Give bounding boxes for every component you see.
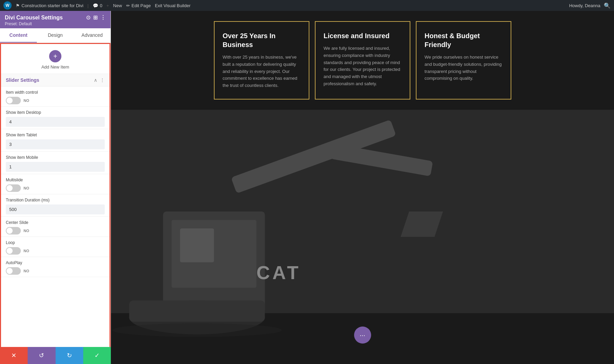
- card-title-1: License and Insured: [324, 31, 401, 40]
- tab-design[interactable]: Design: [37, 28, 74, 43]
- toggle-autoplay[interactable]: [6, 267, 21, 275]
- toggle-row-autoplay: NO: [6, 267, 105, 275]
- field-autoplay: AutoPlay NO: [1, 257, 109, 277]
- svg-text:CAT: CAT: [257, 262, 301, 283]
- more-icon[interactable]: ⋮: [100, 14, 106, 21]
- separator2: +: [106, 3, 109, 8]
- left-panel: Divi Carousel Settings ⊙ ⊞ ⋮ Preset: Def…: [0, 11, 111, 364]
- input-show-mobile[interactable]: [6, 162, 105, 172]
- save-button[interactable]: ✓: [83, 347, 111, 364]
- add-new-item-label: Add New Item: [41, 64, 69, 70]
- site-name-link[interactable]: ⚑ Construction starter site for Divi: [16, 3, 83, 8]
- field-label-tablet: Show item Tablet: [6, 133, 105, 137]
- toggle-row-center-slide: NO: [6, 227, 105, 234]
- field-item-width-control: Item width control NO: [1, 87, 109, 107]
- toggle-label-loop: NO: [24, 249, 29, 253]
- section-more-icon[interactable]: ⋮: [100, 77, 105, 83]
- machine-svg: CAT: [111, 110, 614, 364]
- card-title-0: Over 25 Years In Business: [223, 31, 301, 49]
- add-new-item-button[interactable]: +: [49, 50, 61, 62]
- undo-button[interactable]: ↺: [28, 347, 55, 364]
- feature-cards-section: Over 25 Years In Business With over 25 y…: [111, 11, 614, 110]
- input-transition-duration[interactable]: [6, 204, 105, 214]
- focus-icon[interactable]: ⊙: [86, 14, 90, 21]
- tab-content[interactable]: Content: [0, 28, 37, 43]
- toggle-loop[interactable]: [6, 247, 21, 255]
- toggle-row-item-width: NO: [6, 97, 105, 104]
- field-label-loop: Loop: [6, 240, 105, 245]
- add-new-item-section: + Add New Item: [1, 44, 109, 74]
- comments-link[interactable]: 💬 0: [93, 3, 102, 8]
- collapse-icon[interactable]: ∧: [94, 77, 97, 83]
- panel-title-icons: ⊙ ⊞ ⋮: [86, 14, 106, 21]
- field-center-slide: Center Slide NO: [1, 217, 109, 237]
- field-label-item-width: Item width control: [6, 90, 105, 95]
- cancel-icon: ✕: [11, 352, 16, 359]
- field-show-tablet: Show item Tablet: [1, 129, 109, 152]
- wp-logo[interactable]: W: [3, 1, 12, 10]
- card-text-0: With over 25 years in business, we've bu…: [223, 54, 301, 89]
- main-area: Divi Carousel Settings ⊙ ⊞ ⋮ Preset: Def…: [0, 11, 614, 364]
- edit-icon: ✏: [126, 3, 130, 8]
- svg-point-11: [112, 323, 282, 337]
- toggle-label-center-slide: NO: [24, 229, 29, 233]
- toggle-center-slide[interactable]: [6, 227, 21, 234]
- toggle-label-item-width: NO: [24, 98, 29, 103]
- chat-bubble[interactable]: ···: [354, 327, 371, 344]
- panel-bottom-toolbar: ✕ ↺ ↻ ✓: [0, 347, 111, 364]
- field-label-transition: Transition Duration (ms): [6, 198, 105, 202]
- card-title-2: Honest & Budget Friendly: [425, 31, 502, 49]
- feature-card-2: Honest & Budget Friendly We pride oursel…: [416, 21, 511, 100]
- field-label-autoplay: AutoPlay: [6, 260, 105, 265]
- toggle-row-loop: NO: [6, 247, 105, 255]
- construction-section: CAT ···: [111, 110, 614, 364]
- toggle-item-width[interactable]: [6, 97, 21, 104]
- field-show-mobile: Show item Mobile: [1, 152, 109, 174]
- tab-advanced[interactable]: Advanced: [74, 28, 111, 43]
- feature-card-1: License and Insured We are fully license…: [315, 21, 410, 100]
- field-loop: Loop NO: [1, 237, 109, 257]
- field-label-center-slide: Center Slide: [6, 220, 105, 225]
- slider-settings-header: Slider Settings ∧ ⋮: [1, 74, 109, 87]
- site-icon: ⚑: [16, 3, 20, 8]
- top-bar-right: Howdy, Deanna 🔍: [569, 2, 611, 9]
- expand-icon[interactable]: ⊞: [93, 14, 98, 21]
- preview-area: Over 25 Years In Business With over 25 y…: [111, 11, 614, 364]
- toggle-row-multislide: NO: [6, 184, 105, 192]
- slider-settings-title: Slider Settings: [6, 77, 94, 83]
- panel-title-text: Divi Carousel Settings: [5, 15, 63, 21]
- field-show-desktop: Show item Desktop: [1, 107, 109, 129]
- search-icon[interactable]: 🔍: [604, 2, 611, 9]
- save-icon: ✓: [94, 352, 100, 359]
- separator: |: [87, 3, 88, 8]
- input-show-tablet[interactable]: [6, 139, 105, 149]
- svg-rect-9: [180, 228, 214, 262]
- field-label-desktop: Show item Desktop: [6, 110, 105, 115]
- svg-rect-7: [129, 300, 265, 321]
- panel-header: Divi Carousel Settings ⊙ ⊞ ⋮ Preset: Def…: [0, 11, 111, 28]
- panel-preset: Preset: Default: [5, 21, 106, 26]
- field-multislide: Multislide NO: [1, 174, 109, 194]
- input-show-desktop[interactable]: [6, 117, 105, 127]
- new-link[interactable]: New: [113, 3, 122, 8]
- panel-title-row: Divi Carousel Settings ⊙ ⊞ ⋮: [5, 14, 106, 21]
- toggle-multislide[interactable]: [6, 184, 21, 192]
- field-label-multislide: Multislide: [6, 178, 105, 182]
- panel-content: + Add New Item Slider Settings ∧ ⋮ Item …: [0, 43, 111, 364]
- field-label-mobile: Show item Mobile: [6, 155, 105, 160]
- section-icons: ∧ ⋮: [94, 77, 105, 83]
- exit-builder-link[interactable]: Exit Visual Builder: [155, 3, 191, 8]
- card-text-1: We are fully licensed and insured, ensur…: [324, 45, 401, 88]
- cancel-button[interactable]: ✕: [0, 347, 28, 364]
- comment-icon: 💬: [93, 3, 98, 8]
- feature-card-0: Over 25 Years In Business With over 25 y…: [214, 21, 309, 100]
- undo-icon: ↺: [39, 352, 44, 359]
- field-transition-duration: Transition Duration (ms): [1, 194, 109, 217]
- edit-page-link[interactable]: ✏ Edit Page: [126, 3, 151, 8]
- chat-dots-icon: ···: [360, 331, 365, 339]
- redo-button[interactable]: ↻: [56, 347, 83, 364]
- howdy-text: Howdy, Deanna: [569, 3, 600, 8]
- panel-tabs: Content Design Advanced: [0, 28, 111, 43]
- top-bar: W ⚑ Construction starter site for Divi |…: [0, 0, 614, 11]
- card-text-2: We pride ourselves on honest service and…: [425, 54, 502, 82]
